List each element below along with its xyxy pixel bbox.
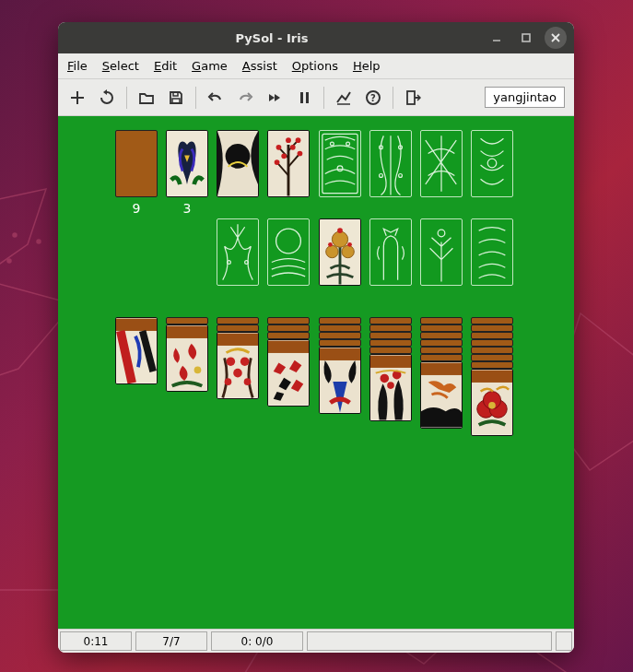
svg-point-26 bbox=[281, 154, 287, 159]
tableau-5-card[interactable] bbox=[369, 354, 412, 421]
close-button[interactable] bbox=[545, 27, 567, 49]
minimize-button[interactable] bbox=[486, 27, 508, 49]
tableau-7-hidden[interactable] bbox=[471, 347, 513, 354]
statusbar: 0:11 7/7 0: 0/0 bbox=[58, 629, 574, 653]
svg-point-56 bbox=[227, 357, 236, 366]
tableau-1-hidden[interactable] bbox=[166, 317, 208, 324]
svg-point-36 bbox=[399, 174, 403, 178]
stats-button[interactable] bbox=[330, 84, 358, 112]
svg-point-28 bbox=[286, 137, 291, 143]
foundation-slot-top-6[interactable] bbox=[420, 130, 463, 197]
tableau-0-card[interactable] bbox=[115, 317, 158, 384]
tableau-3-card[interactable] bbox=[267, 339, 310, 407]
restart-button[interactable] bbox=[93, 84, 121, 112]
svg-point-35 bbox=[380, 174, 383, 178]
tableau-7-card[interactable] bbox=[471, 369, 513, 436]
tableau-7-hidden[interactable] bbox=[471, 354, 513, 361]
tableau-2-hidden[interactable] bbox=[217, 324, 259, 332]
menu-assist[interactable]: Assist bbox=[242, 59, 277, 73]
svg-point-24 bbox=[276, 145, 282, 150]
toolbar-separator bbox=[126, 87, 127, 109]
tableau-6-hidden[interactable] bbox=[420, 347, 463, 354]
undo-button[interactable] bbox=[202, 84, 229, 112]
tableau-3-hidden[interactable] bbox=[267, 324, 310, 332]
svg-point-23 bbox=[298, 151, 303, 157]
titlebar: PySol - Iris bbox=[58, 22, 574, 53]
tableau-6-hidden[interactable] bbox=[420, 354, 463, 361]
menu-select[interactable]: Select bbox=[102, 59, 139, 73]
tableau-6-hidden[interactable] bbox=[420, 339, 463, 347]
open-button[interactable] bbox=[133, 84, 160, 112]
player-name-field[interactable]: yangjintao bbox=[485, 87, 565, 108]
svg-point-57 bbox=[240, 357, 250, 366]
svg-rect-72 bbox=[472, 371, 512, 383]
tableau-6-hidden[interactable] bbox=[420, 324, 463, 332]
new-game-button[interactable] bbox=[64, 84, 91, 112]
svg-point-43 bbox=[326, 245, 338, 257]
foundation-slot-top-4[interactable] bbox=[319, 130, 361, 197]
tableau-3-hidden[interactable] bbox=[267, 317, 310, 324]
foundation-slot-bot-3[interactable] bbox=[369, 218, 412, 286]
stock-pile[interactable] bbox=[115, 130, 158, 197]
foundation-top-face-3[interactable] bbox=[267, 130, 310, 197]
menu-options[interactable]: Options bbox=[292, 59, 338, 73]
tableau-3-hidden[interactable] bbox=[267, 332, 310, 339]
svg-rect-11 bbox=[300, 92, 303, 103]
svg-point-45 bbox=[337, 228, 343, 233]
svg-rect-63 bbox=[320, 348, 360, 360]
rules-button[interactable]: ? bbox=[359, 84, 387, 112]
menu-help[interactable]: Help bbox=[353, 59, 381, 73]
svg-point-42 bbox=[332, 231, 347, 247]
tableau-5-hidden[interactable] bbox=[369, 332, 412, 339]
foundation-slot-top-5[interactable] bbox=[369, 130, 412, 197]
foundation-bot-face-2[interactable] bbox=[319, 218, 361, 286]
foundation-slot-bot-0[interactable] bbox=[217, 218, 259, 286]
svg-point-30 bbox=[330, 142, 334, 146]
foundation-slot-bot-4[interactable] bbox=[420, 218, 463, 286]
quit-button[interactable] bbox=[399, 84, 427, 112]
foundation-top-face-2[interactable] bbox=[217, 130, 259, 197]
redo-button[interactable] bbox=[231, 84, 259, 112]
tableau-7-hidden[interactable] bbox=[471, 317, 513, 324]
menu-game[interactable]: Game bbox=[192, 59, 228, 73]
svg-point-47 bbox=[347, 242, 352, 247]
save-button[interactable] bbox=[162, 84, 190, 112]
maximize-button[interactable] bbox=[515, 27, 537, 49]
status-score: 0: 0/0 bbox=[211, 631, 303, 651]
tableau-4-hidden[interactable] bbox=[319, 339, 361, 347]
menu-edit[interactable]: Edit bbox=[154, 59, 177, 73]
tableau-6-card[interactable] bbox=[420, 361, 463, 429]
toolbar-separator bbox=[195, 87, 196, 109]
tableau-6-hidden[interactable] bbox=[420, 317, 463, 324]
svg-point-0 bbox=[13, 233, 17, 237]
foundation-slot-bot-5[interactable] bbox=[471, 218, 513, 286]
autodrop-button[interactable] bbox=[261, 84, 288, 112]
tableau-5-hidden[interactable] bbox=[369, 339, 412, 347]
playfield[interactable]: 9 3 bbox=[58, 116, 574, 629]
toolbar-separator bbox=[393, 87, 393, 109]
foundation-slot-top-7[interactable] bbox=[471, 130, 513, 197]
waste-count: 3 bbox=[166, 201, 208, 216]
svg-point-37 bbox=[487, 159, 497, 168]
tableau-5-hidden[interactable] bbox=[369, 324, 412, 332]
foundation-slot-bot-1[interactable] bbox=[267, 218, 310, 286]
svg-point-25 bbox=[296, 137, 301, 143]
tableau-2-card[interactable] bbox=[217, 332, 259, 399]
tableau-1-card[interactable] bbox=[166, 324, 208, 392]
menu-file[interactable]: File bbox=[67, 59, 88, 73]
tableau-5-hidden[interactable] bbox=[369, 317, 412, 324]
tableau-5-hidden[interactable] bbox=[369, 347, 412, 354]
tableau-4-card[interactable] bbox=[319, 347, 361, 414]
tableau-7-hidden[interactable] bbox=[471, 332, 513, 339]
tableau-4-hidden[interactable] bbox=[319, 317, 361, 324]
pause-button[interactable] bbox=[290, 84, 318, 112]
tableau-6-hidden[interactable] bbox=[420, 332, 463, 339]
tableau-7-hidden[interactable] bbox=[471, 361, 513, 369]
tableau-7-hidden[interactable] bbox=[471, 339, 513, 347]
tableau-4-hidden[interactable] bbox=[319, 332, 361, 339]
tableau-7-hidden[interactable] bbox=[471, 324, 513, 332]
waste-card[interactable] bbox=[166, 130, 208, 197]
tableau-2-hidden[interactable] bbox=[217, 317, 259, 324]
app-window: PySol - Iris File Select Edit Game Assis… bbox=[58, 22, 574, 653]
tableau-4-hidden[interactable] bbox=[319, 324, 361, 332]
